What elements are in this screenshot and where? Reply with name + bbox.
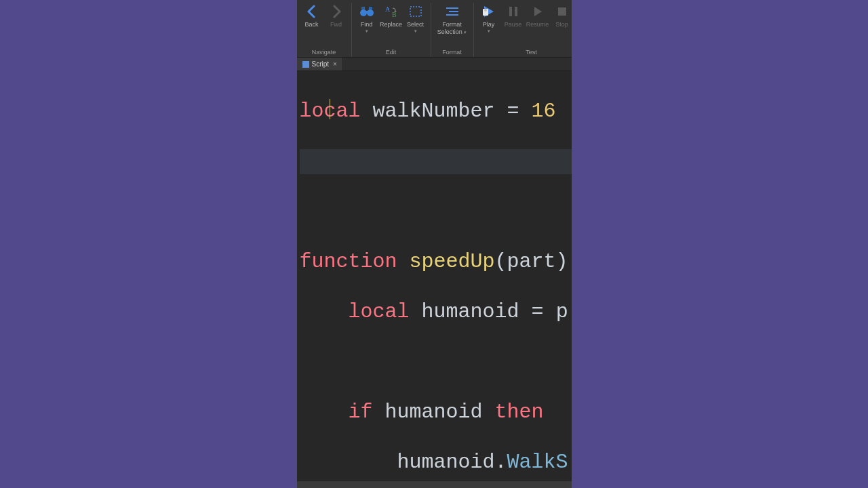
- svg-rect-7: [410, 7, 421, 16]
- dropdown-arrow-icon: ▾: [488, 28, 490, 34]
- code-line: if humanoid then: [300, 400, 572, 425]
- editor-bottom-strip: [297, 481, 572, 488]
- dropdown-arrow-icon: ▾: [366, 28, 368, 34]
- tab-script[interactable]: Script ×: [297, 58, 343, 70]
- format-group-label: Format: [442, 49, 462, 57]
- format-selection-button[interactable]: Format Selection ▾: [434, 3, 471, 49]
- resume-label: Resume: [526, 21, 549, 28]
- play-label: Play: [483, 21, 495, 28]
- code-line: [300, 350, 572, 375]
- replace-icon: AB: [384, 4, 399, 19]
- dropdown-arrow-icon: ▾: [414, 28, 417, 34]
- svg-rect-2: [365, 11, 369, 14]
- edit-group-label: Edit: [386, 49, 397, 57]
- ribbon-group-format: Format Selection ▾ Format: [431, 3, 474, 57]
- stop-button[interactable]: Stop: [550, 3, 572, 49]
- pause-button[interactable]: Pause: [501, 3, 526, 49]
- chevron-left-icon: [304, 4, 319, 19]
- svg-text:B: B: [392, 11, 397, 18]
- svg-rect-13: [509, 7, 512, 16]
- ribbon-group-edit: Find ▾ AB Replace Select ▾: [352, 3, 431, 57]
- select-icon: [408, 4, 423, 19]
- dropdown-arrow-icon: ▾: [464, 30, 467, 35]
- code-line: function speedUp(part): [300, 249, 572, 274]
- find-label: Find: [361, 21, 373, 28]
- navigate-group-label: Navigate: [312, 49, 336, 57]
- tab-label: Script: [312, 60, 330, 68]
- find-button[interactable]: Find ▾: [355, 3, 379, 49]
- code-line: [300, 199, 572, 224]
- replace-label: Replace: [380, 21, 402, 28]
- back-label: Back: [304, 21, 318, 28]
- svg-text:A: A: [385, 5, 391, 13]
- select-label: Select: [407, 21, 424, 28]
- stop-label: Stop: [555, 21, 568, 28]
- svg-rect-14: [515, 7, 517, 16]
- fwd-label: Fwd: [330, 21, 342, 28]
- studio-window: Back Fwd Navigate: [297, 0, 572, 488]
- ribbon-group-test: Play ▾ Pause Resume: [474, 3, 572, 57]
- svg-rect-15: [558, 7, 566, 16]
- stop-icon: [555, 4, 570, 19]
- resume-button[interactable]: Resume: [526, 3, 550, 49]
- test-group-label: Test: [526, 49, 537, 57]
- play-button[interactable]: Play ▾: [477, 3, 501, 49]
- code-line: local walkNumber = 16: [300, 99, 572, 124]
- ribbon-main-row: Back Fwd Navigate: [297, 0, 572, 57]
- back-button[interactable]: Back: [300, 3, 324, 49]
- script-document-icon: [302, 61, 309, 68]
- replace-button[interactable]: AB Replace: [379, 3, 403, 49]
- ribbon-toolbar: Back Fwd Navigate: [297, 0, 572, 58]
- code-line: humanoid.WalkS: [300, 450, 572, 475]
- resume-play-icon: [530, 4, 545, 19]
- format-selection-label1: Format: [442, 21, 462, 28]
- fwd-button[interactable]: Fwd: [324, 3, 349, 49]
- svg-rect-4: [369, 7, 372, 9]
- close-icon[interactable]: ×: [333, 60, 337, 68]
- pause-label: Pause: [505, 21, 522, 28]
- document-tab-bar: Script ×: [297, 58, 572, 71]
- ribbon-group-navigate: Back Fwd Navigate: [297, 3, 352, 57]
- text-cursor: [330, 99, 330, 119]
- code-editor[interactable]: local walkNumber = 16 function speedUp(p…: [297, 71, 572, 488]
- svg-rect-3: [361, 7, 365, 9]
- svg-point-12: [484, 9, 487, 12]
- binoculars-icon: [359, 4, 374, 19]
- pause-icon: [506, 4, 521, 19]
- format-selection-label2: Selection: [437, 28, 462, 35]
- select-button[interactable]: Select ▾: [403, 3, 428, 49]
- code-line-current: [300, 149, 572, 174]
- format-icon: [445, 4, 460, 19]
- play-icon: [481, 4, 496, 19]
- code-line: local humanoid = p: [300, 300, 572, 325]
- chevron-right-icon: [329, 4, 344, 19]
